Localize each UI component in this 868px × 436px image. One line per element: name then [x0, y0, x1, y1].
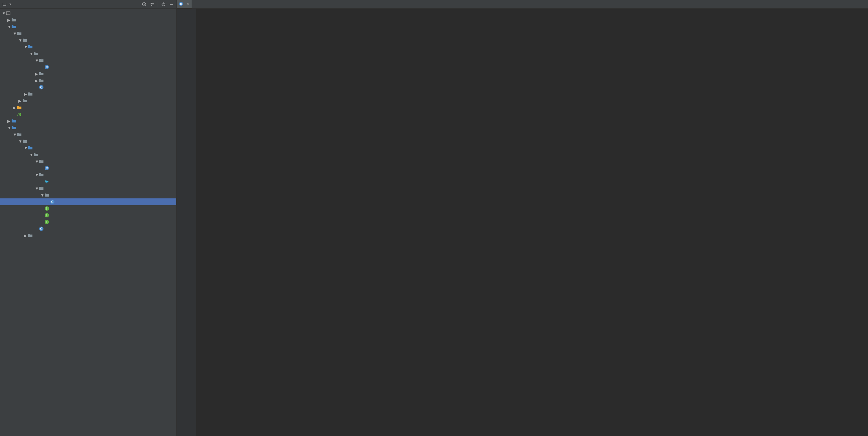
class-icon: C [45, 65, 49, 69]
tree-folder-target[interactable]: ▶ [0, 104, 176, 111]
project-panel: ▼ ▼ ▶ ▼ ▼ ▼ ▼ ▼ ▼ C ▶ ▶ C ▶ ▶ ▶ [0, 0, 177, 436]
tree-folder-impl[interactable]: ▼ [0, 192, 176, 198]
chevron-down-icon: ▼ [9, 3, 12, 6]
interface-icon: I [45, 213, 49, 217]
tab-bar: C × [177, 0, 868, 8]
tree-module-common[interactable]: ▶ [0, 118, 176, 124]
select-opened-file-icon[interactable] [142, 2, 147, 7]
panel-tools [142, 1, 174, 7]
project-icon [2, 2, 6, 6]
tree-class-seataaccount[interactable]: C [0, 84, 176, 91]
tree-folder-main-order[interactable]: ▼ [0, 138, 176, 145]
hide-icon[interactable] [169, 2, 174, 7]
editor-area: C × [177, 0, 868, 436]
tree-folder-src[interactable]: ▼ [0, 30, 176, 37]
tree-class-ordercontroller[interactable]: C [0, 165, 176, 171]
tree-folder-resources-order[interactable]: ▶ [0, 232, 176, 239]
separator [158, 1, 158, 7]
tree-interface-orderservice[interactable]: I [0, 212, 176, 219]
tree-folder-doc[interactable]: ▶ [0, 17, 176, 23]
tree-class-ordermapper[interactable]: 🐦 [0, 178, 176, 185]
gear-icon[interactable] [161, 2, 166, 7]
close-icon[interactable]: × [187, 2, 189, 6]
tree-interface-storageservice[interactable]: I [0, 219, 176, 225]
tree-class-seataorder[interactable]: C [0, 225, 176, 232]
tree-interface-accountservice[interactable]: I [0, 205, 176, 212]
tree-folder-service[interactable]: ▶ [0, 77, 176, 84]
tree-folder-controller[interactable]: ▼ [0, 57, 176, 64]
project-title-dropdown[interactable]: ▼ [2, 2, 12, 6]
class-icon: C [179, 2, 183, 6]
tree-module-order[interactable]: ▼ [0, 124, 176, 131]
tree-folder-service-order[interactable]: ▼ [0, 185, 176, 192]
svg-rect-4 [6, 12, 10, 15]
interface-icon: I [45, 206, 49, 211]
interface-icon: I [45, 220, 49, 224]
svg-point-2 [144, 4, 145, 5]
tree-folder-dao[interactable]: ▶ [0, 70, 176, 77]
maven-icon: m [18, 112, 21, 117]
tree-folder-main[interactable]: ▼ [0, 37, 176, 43]
tree-module-account[interactable]: ▼ [0, 23, 176, 30]
tab-orderserviceimpl[interactable]: C × [177, 0, 192, 8]
class-icon: C [39, 227, 43, 231]
tree-package[interactable]: ▼ [0, 50, 176, 57]
svg-rect-0 [3, 3, 6, 5]
tree-root[interactable]: ▼ [0, 10, 176, 17]
annotation-gutter [191, 8, 196, 436]
expand-all-icon[interactable] [150, 2, 155, 7]
project-tree[interactable]: ▼ ▶ ▼ ▼ ▼ ▼ ▼ ▼ C ▶ ▶ C ▶ ▶ ▶ m ▶ ▼ ▼ ▼ … [0, 8, 176, 436]
ide-root: ▼ ▼ ▶ ▼ ▼ ▼ ▼ ▼ ▼ C ▶ ▶ C ▶ ▶ ▶ [0, 0, 868, 436]
tree-folder-src-order[interactable]: ▼ [0, 131, 176, 138]
tree-class-accountcontroller[interactable]: C [0, 64, 176, 70]
tree-folder-resources[interactable]: ▶ [0, 91, 176, 97]
tree-package-order[interactable]: ▼ [0, 151, 176, 158]
tree-folder-test[interactable]: ▶ [0, 97, 176, 104]
line-gutter [177, 8, 191, 436]
mapper-icon: 🐦 [44, 179, 49, 184]
editor[interactable] [177, 8, 868, 436]
project-panel-header: ▼ [0, 0, 176, 8]
svg-point-3 [163, 4, 164, 5]
tree-folder-controller-order[interactable]: ▼ [0, 158, 176, 165]
class-icon: C [50, 200, 55, 204]
tree-folder-java-order[interactable]: ▼ [0, 145, 176, 151]
class-icon: C [45, 166, 49, 170]
class-icon: C [39, 85, 43, 89]
tree-folder-dao-order[interactable]: ▼ [0, 171, 176, 178]
tree-file-pom[interactable]: m [0, 111, 176, 118]
tree-folder-java[interactable]: ▼ [0, 43, 176, 50]
tree-class-orderserviceimpl[interactable]: C [0, 198, 176, 205]
code-area[interactable] [196, 8, 868, 436]
